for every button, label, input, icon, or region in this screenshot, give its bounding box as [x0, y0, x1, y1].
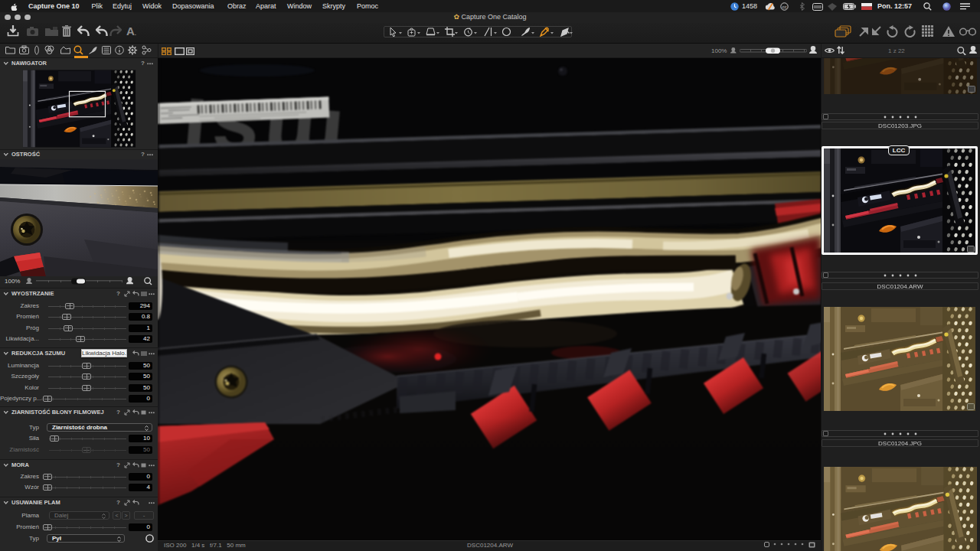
svg-text:cc: cc — [782, 5, 787, 9]
